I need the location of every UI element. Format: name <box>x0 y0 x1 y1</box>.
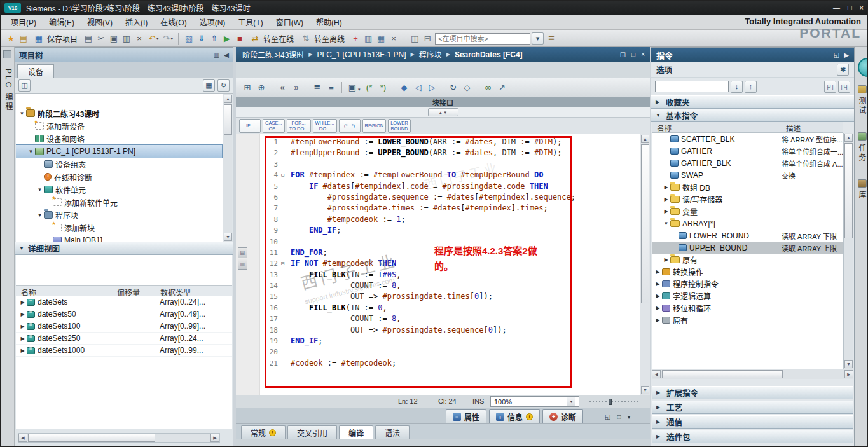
scroll-left-icon[interactable]: ◀ <box>18 434 27 442</box>
tree-expander-icon[interactable]: ▼ <box>36 212 43 218</box>
zoom-slider[interactable] <box>589 401 638 402</box>
detail-view-header[interactable]: ▼ 详细视图 <box>15 242 233 255</box>
undo-icon-caret[interactable]: ▾ <box>156 36 159 45</box>
bookmark-icon[interactable]: ◆ <box>398 81 411 94</box>
inspector-collapse-icon[interactable]: ▾ <box>628 413 631 420</box>
simulation-icon[interactable]: ▦ <box>375 32 387 45</box>
section-basic-instructions[interactable]: ▼ 基本指令 <box>651 109 854 122</box>
scroll-thumb[interactable] <box>662 370 783 378</box>
section-favorites[interactable]: ▶ 收藏夹 <box>651 95 854 109</box>
tab-general[interactable]: 常规! <box>241 425 286 439</box>
editor-close-icon[interactable]: × <box>641 51 645 58</box>
snapshot-icon[interactable]: ◇ <box>461 81 474 94</box>
section-extended-instructions[interactable]: ▶扩展指令 <box>652 386 853 399</box>
tab-info[interactable]: i 信息 i <box>489 409 540 423</box>
instruction-expander-icon[interactable]: ▶ <box>654 317 661 323</box>
section-option-packages[interactable]: ▶选件包 <box>652 430 853 443</box>
zoom-slider-thumb[interactable] <box>609 399 612 405</box>
scroll-up-icon[interactable]: ▲ <box>224 95 232 103</box>
view-mode-b-icon[interactable]: ◳ <box>838 81 850 93</box>
scroll-down-icon[interactable]: ▼ <box>641 386 649 394</box>
display-mode-icon-caret[interactable]: ▾ <box>358 87 361 92</box>
breadcrumb-item[interactable]: SearchDates [FC4] <box>453 50 524 59</box>
tab-cross-references[interactable]: 交叉引用 <box>287 425 337 439</box>
stop-cpu-icon[interactable]: ■ <box>233 32 246 45</box>
outdent-icon[interactable]: « <box>276 81 289 94</box>
scroll-right-icon[interactable]: ▶ <box>844 370 853 378</box>
instructions-collapse-icon[interactable]: ▶ <box>844 52 849 58</box>
instruction-item[interactable]: SCATTER_BLK将 ARRAY 型位序... <box>652 133 843 145</box>
detail-row[interactable]: ▶dateSets100Array[0..99]... <box>16 320 232 333</box>
instruction-expander-icon[interactable]: ▼ <box>663 221 670 226</box>
window-maximize-icon[interactable]: □ <box>848 4 852 11</box>
tree-item[interactable]: Main [OB1] <box>16 234 222 242</box>
instruction-item[interactable]: GATHER_BLK将单个位组合成 A... <box>652 157 843 169</box>
tree-refresh-icon[interactable]: ↻ <box>217 79 230 92</box>
tree-view-icon[interactable]: ▦ <box>203 79 215 92</box>
instruction-expander-icon[interactable]: ▶ <box>654 281 661 287</box>
snippet-chip[interactable]: FOR...TO DO... <box>287 119 311 133</box>
compile-icon[interactable]: ▧ <box>183 32 195 45</box>
editor-float-icon[interactable]: ◱ <box>620 51 626 58</box>
menu-item[interactable]: 窗口(W) <box>270 15 310 29</box>
tree-item[interactable]: 添加新块 <box>16 221 222 234</box>
instruction-search-input[interactable] <box>655 81 729 92</box>
paste-icon[interactable]: ▥ <box>120 32 133 45</box>
scroll-up-icon[interactable]: ▲ <box>641 135 649 143</box>
scroll-thumb[interactable] <box>844 143 853 238</box>
breadcrumb-item[interactable]: PLC_1 [CPU 1513F-1 PN] <box>316 50 408 59</box>
indent-icon[interactable]: » <box>290 81 303 94</box>
scl-code-editor[interactable]: ▤ ▥ 1#tempLowerBound := LOWER_BOUND(ARR … <box>236 134 640 395</box>
editor-maximize-icon[interactable]: □ <box>631 51 635 58</box>
download-to-device-icon[interactable]: ⇓ <box>195 32 208 45</box>
remove-icon[interactable]: × <box>387 32 400 45</box>
tree-item[interactable]: 添加新软件单元 <box>16 196 222 209</box>
new-project-icon[interactable]: ★ <box>4 32 17 45</box>
library-view-icon[interactable]: ≣ <box>545 32 558 45</box>
instruction-expander-icon[interactable]: ▶ <box>663 209 670 214</box>
pin-panel-icon[interactable]: ▥ <box>214 52 219 58</box>
tab-compile[interactable]: 编译 <box>339 425 373 439</box>
instruction-item[interactable]: ▶字逻辑运算 <box>652 290 843 302</box>
snippet-chip[interactable]: LOWERBOUND <box>388 119 411 133</box>
redo-icon-caret[interactable]: ▾ <box>171 36 174 45</box>
detail-row[interactable]: ▶dateSets1000Array[0..99... <box>16 345 232 357</box>
find-next-icon[interactable]: ↓ <box>731 81 743 93</box>
detail-row-expander-icon[interactable]: ▶ <box>19 348 26 354</box>
uncomment-icon[interactable]: *) <box>377 81 390 94</box>
tree-horizontal-scrollbar[interactable]: ◀ ▶ <box>18 433 220 443</box>
split-editor-horizontal-icon[interactable]: ⊟ <box>421 32 434 45</box>
expand-all-sections-icon[interactable]: ≣ <box>311 81 324 94</box>
snippet-chip[interactable]: REGION <box>362 119 387 133</box>
insert-row-icon[interactable]: ⊞ <box>241 81 254 94</box>
inspector-maximize-icon[interactable]: □ <box>617 413 621 420</box>
scroll-thumb[interactable] <box>224 104 232 135</box>
section-communication[interactable]: ▶通信 <box>652 415 853 429</box>
update-block-call-icon[interactable]: ↻ <box>447 81 460 94</box>
cut-icon[interactable]: ✂ <box>95 32 107 45</box>
instruction-item[interactable]: ▶变量 <box>652 205 843 217</box>
task-card-tab-tasks[interactable]: 任务 <box>857 132 867 163</box>
scroll-thumb[interactable] <box>28 434 155 442</box>
display-mode-icon[interactable]: ▣ <box>346 81 359 94</box>
upload-from-device-icon[interactable]: ⇑ <box>208 32 221 45</box>
instruction-item[interactable]: SWAP交换 <box>652 169 843 181</box>
open-project-icon[interactable]: ▤ <box>17 32 30 45</box>
section-technology[interactable]: ▶工艺 <box>652 401 853 414</box>
snippet-chip[interactable]: WHILE...DO... <box>313 119 337 133</box>
menu-item[interactable]: 在线(O) <box>154 15 193 29</box>
tree-item[interactable]: ▼PLC_1 [CPU 1513F-1 PN] <box>16 145 222 158</box>
instruction-item[interactable]: ▶原有 <box>652 254 843 266</box>
project-search-box[interactable] <box>435 33 530 45</box>
instruction-expander-icon[interactable]: ▶ <box>654 293 661 299</box>
instruction-item[interactable]: ▶转换操作 <box>652 266 843 278</box>
scroll-left-icon[interactable]: ◀ <box>652 370 661 378</box>
instructions-vertical-scrollbar[interactable]: ▲ ▼ <box>843 133 853 369</box>
tree-item[interactable]: 设备组态 <box>16 158 222 170</box>
view-mode-a-icon[interactable]: ◰ <box>824 81 836 93</box>
delete-icon[interactable]: × <box>133 32 146 45</box>
instruction-expander-icon[interactable]: ▶ <box>654 305 661 311</box>
tree-settings-icon[interactable]: ◫ <box>18 79 31 92</box>
scroll-up-icon[interactable]: ▲ <box>844 134 853 142</box>
scroll-right-icon[interactable]: ▶ <box>210 434 219 442</box>
